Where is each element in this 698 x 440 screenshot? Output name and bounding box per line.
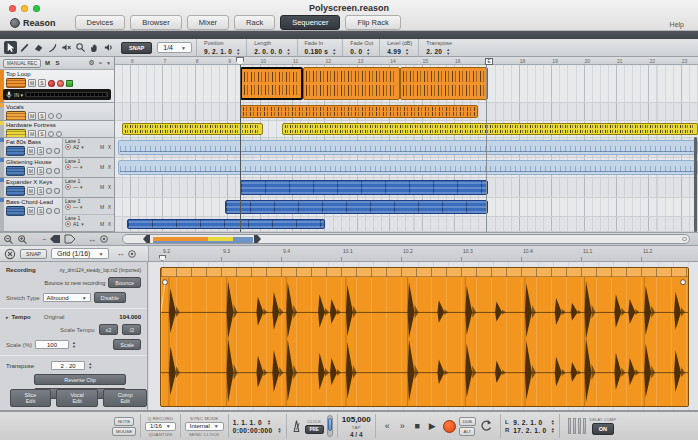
click-label[interactable]: CLICK [307,419,321,424]
arrangement-track-row[interactable] [115,178,698,198]
solo-button[interactable]: S [37,167,45,175]
close-editor-icon[interactable] [4,248,16,260]
monitor-icon[interactable] [54,148,60,154]
solo-button[interactable]: S [37,147,45,155]
view-tab-rack[interactable]: Rack [234,15,275,30]
track-glistening-house[interactable]: Glistening HouseMSLane 1—▾M X [0,158,114,178]
mute-button[interactable]: M [28,112,36,120]
audio-input-strip[interactable]: IN ▾ [3,89,111,100]
mute-button[interactable]: M [28,79,36,87]
arrangement-area[interactable]: 67891011121314151617181920212223 E [115,57,698,232]
stop-button[interactable]: ■ [410,421,425,431]
slice-marker-strip[interactable] [161,268,688,277]
mute-button[interactable]: M [27,207,35,215]
scroll-left-button[interactable] [49,234,61,244]
audio-clip-editor[interactable] [160,267,689,407]
solo-button[interactable]: S [37,187,45,195]
send-clock-label[interactable]: SEND CLOCK [189,432,220,437]
transpose-field[interactable]: 2 . 20 [51,361,85,370]
snap-grid-select[interactable]: 1/4 ▼ [157,42,192,53]
mute-button[interactable]: M [28,130,36,137]
pre-count-button[interactable]: PRE [305,425,324,434]
chevron-down-icon[interactable]: ▾ [80,184,83,190]
stepper[interactable]: ▲▼ [551,419,555,426]
monitor-icon[interactable] [56,131,62,137]
monitor-icon[interactable] [54,208,60,214]
lane-record-icon[interactable] [65,204,71,210]
editor-grid-select[interactable]: Grid (1/16) ▼ [51,248,109,259]
snap-toggle-button[interactable]: SNAP [121,42,152,54]
stepper[interactable]: ▲▼ [551,427,555,434]
song-navigator[interactable] [122,234,690,244]
track-fat-80s-bass[interactable]: Fat 80s BassMSLane 1A2▾M X [0,138,114,158]
record-button[interactable] [443,420,456,433]
stepper[interactable]: ▲▼ [332,48,336,55]
chevron-down-icon[interactable]: ▾ [81,144,84,150]
lane-lane-1[interactable]: Lane 1—▾M X [63,178,114,197]
delay-comp-on-button[interactable]: ON [592,423,614,435]
arrangement-track-row[interactable] [115,158,698,178]
mute-tool-icon[interactable] [60,41,73,54]
gear-icon[interactable]: ⚙ [88,59,94,67]
dkblue-clip[interactable] [127,219,325,229]
track-vocals[interactable]: VocalsMS [0,103,114,121]
ltblue-clip[interactable] [118,160,698,175]
monitor-speaker-icon[interactable] [66,80,73,87]
eraser-tool-icon[interactable] [32,41,45,54]
tempo-half-button[interactable]: /2 [122,324,141,335]
input-select[interactable]: IN ▾ [14,92,23,98]
stretch-type-select[interactable]: Allround ▼ [43,293,91,302]
song-position-time[interactable]: 0:00:00:000 [233,427,273,434]
track-top-loop[interactable]: Top LoopMSIN ▾ [0,70,114,103]
tab-slice-edit[interactable]: Slice Edit [10,389,51,407]
field-value[interactable]: 0.180 s [305,48,329,55]
lane-lane-1[interactable]: Lane 1—▾M X [63,158,114,177]
magnify-tool-icon[interactable] [74,41,87,54]
slider-thumb[interactable] [328,418,332,431]
navigator-left-handle[interactable] [143,235,150,243]
lane-lane-1[interactable]: Lane 1A2▾M X [63,138,114,157]
solo-button[interactable]: S [37,207,45,215]
solo-button[interactable]: S [38,130,46,137]
orange-clip[interactable] [400,67,488,100]
arrangement-track-row[interactable] [115,198,698,217]
waveform-editor-area[interactable] [148,262,698,410]
scroll-right-button[interactable] [64,234,76,244]
orange-clip[interactable] [303,67,400,100]
arrangement-track-row[interactable] [115,138,698,158]
stepper[interactable]: ▲▼ [405,48,409,55]
chevron-down-icon[interactable]: ▾ [80,164,83,170]
field-value[interactable]: 9. 2. 1. 0 [204,48,232,55]
lane-mute-delete[interactable]: M X [100,164,112,170]
h-expand-icon[interactable]: ↔ [88,235,96,244]
record-enable-icon[interactable] [46,188,52,194]
quantize-value-select[interactable]: 1/16 ▼ [145,422,176,431]
stepper[interactable]: ▲▼ [88,362,92,369]
orange-clip[interactable] [240,105,478,118]
rewind-button[interactable]: « [380,421,395,431]
fast-forward-button[interactable]: » [395,421,410,431]
mute-button[interactable]: M [27,187,35,195]
note-button[interactable]: NOTE [114,417,134,426]
reverse-clip-button[interactable]: Reverse Clip [34,374,126,385]
zoom-out-icon[interactable] [3,234,14,245]
loop-icon[interactable] [479,419,493,433]
arrangement-track-row[interactable] [115,103,698,121]
editor-snap-button[interactable]: SNAP [20,249,47,259]
dub-button[interactable]: DUB [459,417,476,426]
speaker-tool-icon[interactable] [102,41,115,54]
scale-apply-button[interactable]: Scale [113,339,141,350]
automation-icon[interactable]: ≈ [99,60,102,66]
stepper[interactable]: ▲▼ [72,341,76,348]
record-enable-icon[interactable] [48,80,55,87]
chevron-down-icon[interactable]: ▾ [80,204,83,210]
arrangement-track-row[interactable] [115,121,698,138]
field-value[interactable]: 0. 0 [350,48,362,55]
quantize-label[interactable]: QUANTIZE [149,432,173,437]
chevron-down-icon[interactable]: ▼ [106,60,111,66]
lane-mute-delete[interactable]: M X [100,221,112,227]
stretch-disable-button[interactable]: Disable [94,292,126,303]
end-marker-flag[interactable]: E [485,58,493,65]
stepper[interactable]: ▲▼ [287,48,291,55]
bar-ruler[interactable]: 67891011121314151617181920212223 [115,57,698,65]
